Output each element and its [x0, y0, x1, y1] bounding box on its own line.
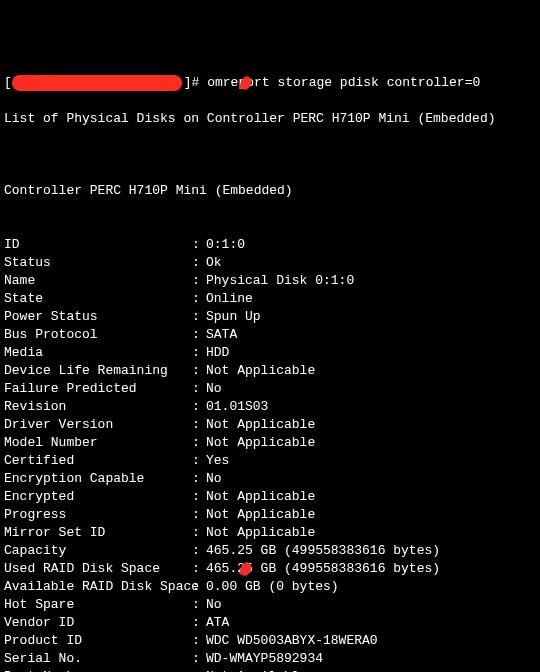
- property-label: Media: [4, 344, 192, 362]
- separator: :: [192, 416, 206, 434]
- property-row: Encrypted: Not Applicable: [4, 488, 536, 506]
- property-value: Ok: [206, 254, 222, 272]
- property-row: Bus Protocol: SATA: [4, 326, 536, 344]
- property-row: Mirror Set ID: Not Applicable: [4, 524, 536, 542]
- separator: :: [192, 506, 206, 524]
- blank-line: [4, 146, 536, 164]
- prompt-close-bracket: ]#: [184, 74, 207, 92]
- separator: :: [192, 272, 206, 290]
- property-value: WDC WD5003ABYX-18WERA0: [206, 632, 378, 650]
- separator: :: [192, 254, 206, 272]
- property-label: Device Life Remaining: [4, 362, 192, 380]
- property-label: Failure Predicted: [4, 380, 192, 398]
- shell-prompt[interactable]: [ ]# omreport storage pdisk controller=0: [4, 74, 536, 92]
- property-value: Online: [206, 290, 253, 308]
- separator: :: [192, 452, 206, 470]
- property-value: WD-WMAYP5892934: [206, 650, 323, 668]
- property-label: Driver Version: [4, 416, 192, 434]
- property-row: Serial No.: WD-WMAYP5892934: [4, 650, 536, 668]
- separator: :: [192, 236, 206, 254]
- property-row: Certified: Yes: [4, 452, 536, 470]
- separator: :: [192, 650, 206, 668]
- property-label: Vendor ID: [4, 614, 192, 632]
- property-label: Used RAID Disk Space: [4, 560, 192, 578]
- property-label: Model Number: [4, 434, 192, 452]
- prompt-open-bracket: [: [4, 74, 12, 92]
- property-row: Power Status: Spun Up: [4, 308, 536, 326]
- disk-0-block: ID: 0:1:0Status: OkName: Physical Disk 0…: [4, 236, 536, 672]
- separator: :: [192, 344, 206, 362]
- property-label: Status: [4, 254, 192, 272]
- property-row: Driver Version: Not Applicable: [4, 416, 536, 434]
- property-label: ID: [4, 236, 192, 254]
- property-row: Capacity: 465.25 GB (499558383616 bytes): [4, 542, 536, 560]
- property-value: 01.01S03: [206, 398, 268, 416]
- separator: :: [192, 380, 206, 398]
- separator: :: [192, 398, 206, 416]
- property-value: Yes: [206, 452, 229, 470]
- property-value: Spun Up: [206, 308, 261, 326]
- property-label: Certified: [4, 452, 192, 470]
- property-value: Not Applicable: [206, 506, 315, 524]
- property-row: Used RAID Disk Space: 465.25 GB (4995583…: [4, 560, 536, 578]
- property-value: Not Applicable: [206, 362, 315, 380]
- property-row: Status: Ok: [4, 254, 536, 272]
- separator: :: [192, 470, 206, 488]
- property-label: Encrypted: [4, 488, 192, 506]
- property-row: Available RAID Disk Space: 0.00 GB (0 by…: [4, 578, 536, 596]
- property-row: Device Life Remaining: Not Applicable: [4, 362, 536, 380]
- separator: :: [192, 578, 206, 596]
- property-row: Hot Spare: No: [4, 596, 536, 614]
- property-label: Part Number: [4, 668, 192, 672]
- property-row: Vendor ID: ATA: [4, 614, 536, 632]
- property-label: Revision: [4, 398, 192, 416]
- property-row: Media: HDD: [4, 344, 536, 362]
- property-label: Hot Spare: [4, 596, 192, 614]
- property-label: Progress: [4, 506, 192, 524]
- separator: :: [192, 434, 206, 452]
- property-label: State: [4, 290, 192, 308]
- property-value: No: [206, 380, 222, 398]
- property-value: Physical Disk 0:1:0: [206, 272, 354, 290]
- property-row: Name: Physical Disk 0:1:0: [4, 272, 536, 290]
- separator: :: [192, 488, 206, 506]
- property-label: Serial No.: [4, 650, 192, 668]
- property-value: Not Available: [206, 668, 307, 672]
- property-row: Model Number: Not Applicable: [4, 434, 536, 452]
- separator: :: [192, 362, 206, 380]
- property-row: Failure Predicted: No: [4, 380, 536, 398]
- output-header: List of Physical Disks on Controller PER…: [4, 110, 536, 128]
- separator: :: [192, 524, 206, 542]
- separator: :: [192, 614, 206, 632]
- property-value: Not Applicable: [206, 434, 315, 452]
- property-row: Product ID: WDC WD5003ABYX-18WERA0: [4, 632, 536, 650]
- property-label: Mirror Set ID: [4, 524, 192, 542]
- property-value: 465.25 GB (499558383616 bytes): [206, 542, 440, 560]
- property-label: Capacity: [4, 542, 192, 560]
- property-row: State: Online: [4, 290, 536, 308]
- property-label: Available RAID Disk Space: [4, 578, 192, 596]
- property-row: Revision: 01.01S03: [4, 398, 536, 416]
- property-label: Name: [4, 272, 192, 290]
- property-value: No: [206, 470, 222, 488]
- property-row: Part Number: Not Available: [4, 668, 536, 672]
- property-value: No: [206, 596, 222, 614]
- property-label: Product ID: [4, 632, 192, 650]
- property-value: Not Applicable: [206, 416, 315, 434]
- property-label: Bus Protocol: [4, 326, 192, 344]
- property-value: 0.00 GB (0 bytes): [206, 578, 339, 596]
- separator: :: [192, 290, 206, 308]
- property-row: ID: 0:1:0: [4, 236, 536, 254]
- property-row: Encryption Capable: No: [4, 470, 536, 488]
- property-label: Encryption Capable: [4, 470, 192, 488]
- separator: :: [192, 668, 206, 672]
- separator: :: [192, 596, 206, 614]
- property-label: Power Status: [4, 308, 192, 326]
- property-value: 0:1:0: [206, 236, 245, 254]
- property-value: Not Applicable: [206, 524, 315, 542]
- separator: :: [192, 632, 206, 650]
- property-value: Not Applicable: [206, 488, 315, 506]
- separator: :: [192, 560, 206, 578]
- separator: :: [192, 308, 206, 326]
- separator: :: [192, 326, 206, 344]
